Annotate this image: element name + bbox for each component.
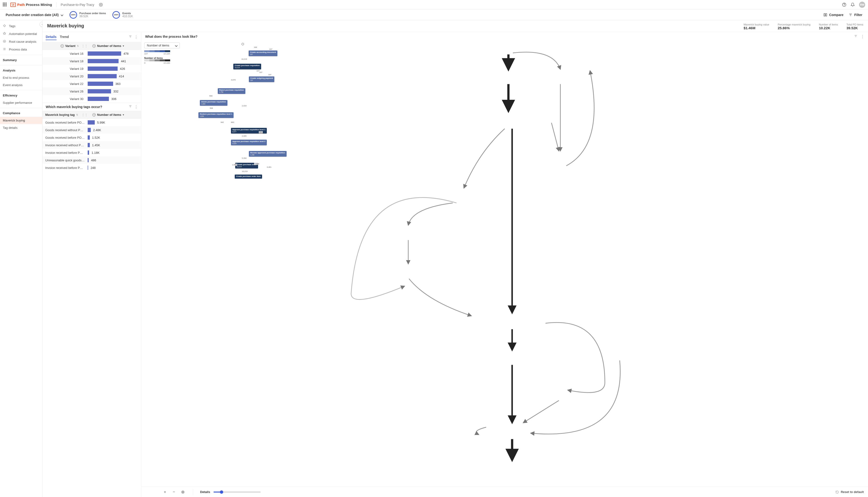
filter-icon[interactable] xyxy=(129,105,132,109)
edge-label: 863 xyxy=(231,121,235,123)
page-header: Maverick buying Maverick buying value$1.… xyxy=(42,20,868,32)
process-node[interactable]: Revoke approved purchase requisition1,33… xyxy=(249,151,286,157)
nav-icon xyxy=(3,32,6,36)
zoom-fit-button[interactable] xyxy=(180,489,186,495)
table-row[interactable]: Variant 22363 xyxy=(42,80,141,87)
svg-point-22 xyxy=(182,492,183,493)
process-node[interactable]: Delete purchase requisition1,004 xyxy=(200,100,227,106)
filter-icon[interactable] xyxy=(854,34,857,39)
svg-point-8 xyxy=(3,40,6,43)
detail-slider[interactable]: Details xyxy=(200,490,261,494)
tab-trend[interactable]: Trend xyxy=(60,34,69,40)
chevron-down-icon xyxy=(61,13,63,16)
process-diagram[interactable]: Create accounting document107Create purc… xyxy=(142,41,868,487)
filter-button[interactable]: Filter xyxy=(849,13,862,17)
process-panel: What does the process look like? ⋮ Numbe… xyxy=(142,32,868,497)
avatar[interactable]: RW xyxy=(859,2,865,8)
table-row[interactable]: Invoice received without P…1.45K xyxy=(42,141,141,149)
more-icon[interactable]: ⋮ xyxy=(134,105,138,109)
more-icon[interactable]: ⋮ xyxy=(134,35,138,39)
sidebar: ‹ TagsAutomation potentialRoot cause ana… xyxy=(0,20,42,497)
svg-rect-4 xyxy=(826,13,827,16)
svg-point-2 xyxy=(844,5,844,6)
process-node[interactable]: Create purchase requisition10,219 xyxy=(233,64,261,69)
edge-label: 3,670 xyxy=(231,79,236,81)
more-icon[interactable]: ⋮ xyxy=(861,34,864,39)
sort-icon[interactable] xyxy=(92,44,96,48)
table-row[interactable]: Variant 20414 xyxy=(42,72,141,80)
edge-label: 107 xyxy=(259,71,263,73)
filter-icon[interactable] xyxy=(129,35,132,39)
sidebar-item[interactable]: Tags xyxy=(0,22,42,30)
edge-label: 10,219 xyxy=(241,58,248,60)
table-row[interactable]: Variant 16478 xyxy=(42,50,141,57)
process-node[interactable]: Create accounting document107 xyxy=(249,51,277,56)
table-row[interactable]: Variant 19426 xyxy=(42,65,141,72)
nav-icon xyxy=(3,24,6,28)
sidebar-item[interactable]: Maverick buying xyxy=(0,117,42,124)
col-items[interactable]: Number of items xyxy=(97,113,121,116)
process-node[interactable]: Reject purchase requisition2,759 xyxy=(218,88,245,94)
col-tag[interactable]: Maverick buying tag xyxy=(45,113,75,116)
bell-icon[interactable] xyxy=(851,3,855,7)
help-icon[interactable] xyxy=(842,3,846,7)
date-filter-chip[interactable]: Purchase order creation date (All) xyxy=(6,13,63,17)
edge-label: 1,958 xyxy=(232,164,237,166)
edge-label: 901 xyxy=(259,131,263,133)
sidebar-item[interactable]: Root cause analysis xyxy=(0,38,42,45)
start-node-icon xyxy=(241,43,244,45)
table-row[interactable]: Goods received without P…2.48K xyxy=(42,126,141,134)
edge-label: 100 xyxy=(253,46,258,48)
process-node[interactable]: Restore purchase requisition level 11,00… xyxy=(198,112,234,118)
sidebar-item[interactable]: End to end process xyxy=(0,74,42,81)
edge-label: 2,426 xyxy=(241,135,247,137)
table-row[interactable]: Goods received before PO …5.99K xyxy=(42,119,141,126)
edge-label: 4,401 xyxy=(266,166,272,168)
svg-point-23 xyxy=(182,491,184,493)
sidebar-group[interactable]: Efficiency xyxy=(0,92,42,99)
sort-icon[interactable] xyxy=(92,113,96,116)
diagram-footer: + − Details Reset to default xyxy=(142,487,868,497)
table-row[interactable]: Unreasonable quick goods…486 xyxy=(42,156,141,164)
table-row[interactable]: Goods received before PO …1.52K xyxy=(42,134,141,141)
logo: UiPath Process Mining xyxy=(10,3,52,7)
process-panel-title: What does the process look like? xyxy=(145,35,197,39)
stat: Total PO items39.52K xyxy=(846,23,863,30)
gear-icon[interactable] xyxy=(99,3,103,6)
sidebar-group[interactable]: Analysis xyxy=(0,67,42,74)
table-row[interactable]: Variant 30306 xyxy=(42,95,141,103)
table-row[interactable]: Invoice received before PO…248 xyxy=(42,164,141,171)
edge-label: 1,336 xyxy=(254,163,260,165)
sort-icon[interactable] xyxy=(61,44,64,48)
sidebar-item[interactable]: Automation potential xyxy=(0,30,42,38)
sidebar-item[interactable]: Tag details xyxy=(0,124,42,131)
sidebar-group[interactable]: Summary xyxy=(0,56,42,64)
edge-label: 107 xyxy=(268,74,272,76)
table-row[interactable]: Invoice received before PO…1.18K xyxy=(42,149,141,156)
compare-button[interactable]: Compare xyxy=(823,13,843,17)
col-items[interactable]: Number of items xyxy=(97,44,121,48)
kpi-events: 100% Events410.31K xyxy=(113,11,133,19)
process-node[interactable]: Create outgoing payment107 xyxy=(249,76,274,82)
sidebar-item[interactable]: Process data xyxy=(0,45,42,53)
table-row[interactable]: Variant 26332 xyxy=(42,87,141,95)
zoom-out-button[interactable]: − xyxy=(171,489,177,495)
tab-details[interactable]: Details xyxy=(46,34,57,40)
variants-grid-header: Variant⇅⋮⋮ Number of items▾ xyxy=(42,42,141,50)
process-node[interactable]: Create purchase order item xyxy=(235,174,262,179)
svg-rect-3 xyxy=(824,13,825,16)
zoom-in-button[interactable]: + xyxy=(162,489,168,495)
process-node[interactable]: Approve purchase requisition level 25,52… xyxy=(231,140,267,145)
ring-icon: 100% xyxy=(70,11,77,19)
detail-slider-label: Details xyxy=(200,490,210,494)
apps-icon[interactable] xyxy=(3,3,7,7)
sidebar-item[interactable]: Supplier performance xyxy=(0,99,42,106)
stat: Number of items10.22K xyxy=(819,23,838,30)
project-name[interactable]: Purchase-to-Pay Tracy xyxy=(61,3,94,6)
sidebar-group[interactable]: Compliance xyxy=(0,110,42,117)
col-variant[interactable]: Variant xyxy=(65,44,75,48)
table-row[interactable]: Variant 18441 xyxy=(42,57,141,65)
tags-grid-header: Maverick buying tag⇅⋮⋮ Number of items▾ xyxy=(42,111,141,119)
sidebar-item[interactable]: Event analysis xyxy=(0,81,42,89)
reset-to-default-button[interactable]: Reset to default xyxy=(836,490,864,494)
